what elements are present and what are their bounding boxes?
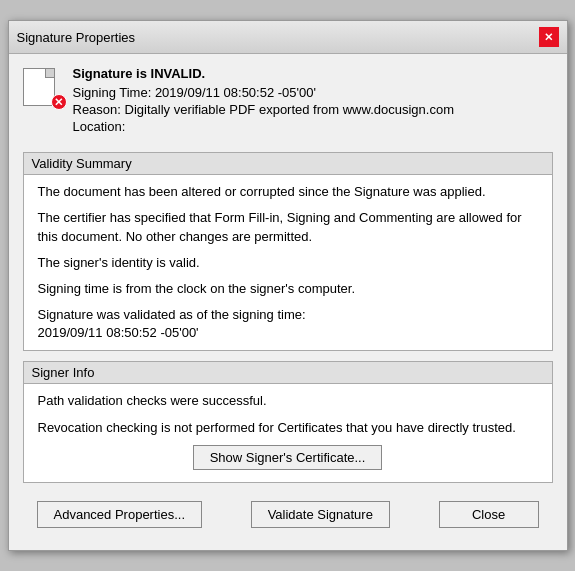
cert-btn-row: Show Signer's Certificate... xyxy=(38,445,538,474)
validity-line-5: Signature was validated as of the signin… xyxy=(38,306,538,342)
location-row: Location: xyxy=(73,119,553,134)
signing-time-value: 2019/09/11 08:50:52 -05'00' xyxy=(155,85,316,100)
document-icon xyxy=(23,68,55,106)
signer-info-content: Path validation checks were successful. … xyxy=(24,384,552,481)
validity-summary-content: The document has been altered or corrupt… xyxy=(24,175,552,350)
location-label: Location: xyxy=(73,119,126,134)
validity-line-4: Signing time is from the clock on the si… xyxy=(38,280,538,298)
title-close-button[interactable]: ✕ xyxy=(539,27,559,47)
validity-summary-section: Validity Summary The document has been a… xyxy=(23,152,553,351)
signer-info-title: Signer Info xyxy=(24,362,552,384)
advanced-properties-button[interactable]: Advanced Properties... xyxy=(37,501,203,528)
dialog-body: ✕ Signature is INVALID. Signing Time: 20… xyxy=(9,54,567,550)
footer-buttons: Advanced Properties... Validate Signatur… xyxy=(23,493,553,538)
signer-info-line-2: Revocation checking is not performed for… xyxy=(38,419,538,437)
validity-line-1: The document has been altered or corrupt… xyxy=(38,183,538,201)
signer-info-line-1: Path validation checks were successful. xyxy=(38,392,538,410)
show-signer-certificate-button[interactable]: Show Signer's Certificate... xyxy=(193,445,383,470)
header-section: ✕ Signature is INVALID. Signing Time: 20… xyxy=(23,66,553,142)
validate-signature-button[interactable]: Validate Signature xyxy=(251,501,390,528)
reason-row: Reason: Digitally verifiable PDF exporte… xyxy=(73,102,553,117)
signature-properties-dialog: Signature Properties ✕ ✕ Signature is IN… xyxy=(8,20,568,551)
signing-time-label: Signing Time: xyxy=(73,85,152,100)
validity-line-3: The signer's identity is valid. xyxy=(38,254,538,272)
error-badge-icon: ✕ xyxy=(51,94,67,110)
invalid-text: Signature is INVALID. xyxy=(73,66,553,81)
signing-time-row: Signing Time: 2019/09/11 08:50:52 -05'00… xyxy=(73,85,553,100)
validity-line-5-label: Signature was validated as of the signin… xyxy=(38,307,306,322)
header-info: Signature is INVALID. Signing Time: 2019… xyxy=(73,66,553,142)
title-bar: Signature Properties ✕ xyxy=(9,21,567,54)
signer-info-section: Signer Info Path validation checks were … xyxy=(23,361,553,482)
signature-status-icon: ✕ xyxy=(23,68,63,108)
validity-line-5-value: 2019/09/11 08:50:52 -05'00' xyxy=(38,325,199,340)
reason-value: Digitally verifiable PDF exported from w… xyxy=(125,102,454,117)
dialog-title: Signature Properties xyxy=(17,30,136,45)
close-button[interactable]: Close xyxy=(439,501,539,528)
validity-summary-title: Validity Summary xyxy=(24,153,552,175)
validity-line-2: The certifier has specified that Form Fi… xyxy=(38,209,538,245)
reason-label: Reason: xyxy=(73,102,121,117)
